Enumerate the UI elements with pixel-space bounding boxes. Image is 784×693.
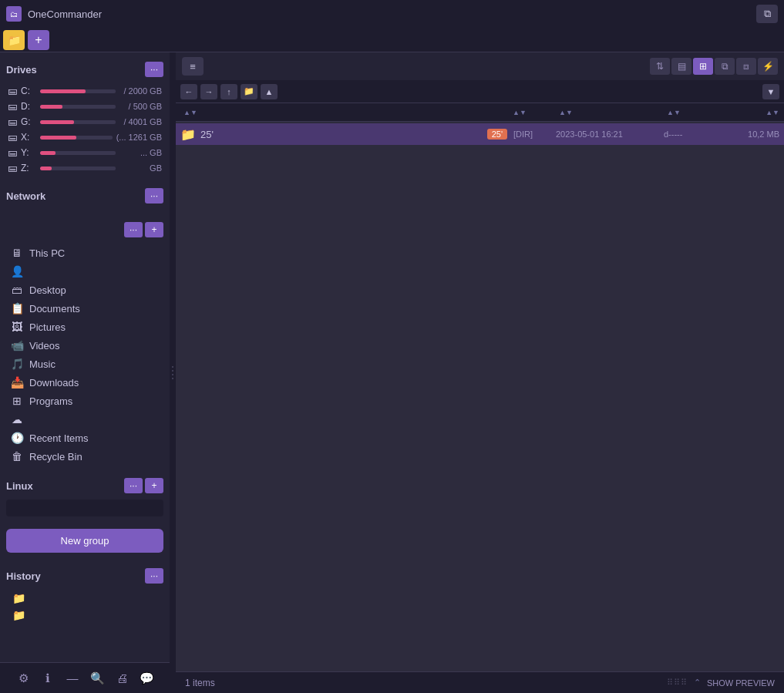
linux-add-button[interactable]: +	[145, 478, 163, 493]
programs-icon: ⊞	[11, 395, 23, 407]
drive-c-size: / 2000 GB	[119, 86, 162, 96]
history-item-2[interactable]: 📁	[6, 607, 163, 624]
drive-d-size: / 500 GB	[119, 102, 162, 111]
sidebar-item-pictures[interactable]: 🖼 Pictures	[6, 318, 163, 336]
history-item-1[interactable]: 📁	[6, 590, 163, 607]
app-icon: 🗂	[6, 6, 22, 22]
linux-section-body	[6, 500, 163, 516]
col-name-header[interactable]: ▲▼	[180, 109, 510, 116]
sidebar-item-desktop-label: Desktop	[29, 284, 66, 296]
drives-more-button[interactable]: ···	[145, 62, 163, 77]
drive-z-size: GB	[119, 163, 162, 173]
back-button[interactable]: ←	[180, 84, 197, 99]
forward-button[interactable]: →	[200, 84, 217, 99]
sidebar-item-documents-label: Documents	[29, 303, 80, 315]
sidebar-item-this-pc[interactable]: 🖥 This PC	[6, 244, 163, 262]
pictures-icon: 🖼	[11, 321, 23, 333]
places-more-button[interactable]: ···	[124, 222, 143, 237]
sidebar-item-recycle-label: Recycle Bin	[29, 451, 82, 463]
list-view-button[interactable]: ▤	[671, 58, 691, 75]
drive-d-bar	[40, 105, 116, 109]
columns-view-button[interactable]: ⧉	[715, 58, 735, 75]
main-area: Drives ··· 🖴 C: / 2000 GB 🖴 D: / 500 GB …	[0, 52, 784, 693]
action-button[interactable]: ⚡	[758, 58, 778, 75]
col-size-header[interactable]: ▲▼	[718, 109, 779, 116]
drive-z[interactable]: 🖴 Z: GB	[6, 160, 163, 176]
places-add-button[interactable]: +	[145, 222, 163, 237]
print-button[interactable]: 🖨	[111, 668, 133, 689]
history-header: History ···	[6, 565, 163, 587]
drive-d[interactable]: 🖴 D: / 500 GB	[6, 99, 163, 114]
drive-y[interactable]: 🖴 Y: ... GB	[6, 145, 163, 160]
column-headers: ▲▼ ▲▼ ▲▼ ▲▼ ▲▼	[176, 103, 784, 122]
linux-section: Linux ··· +	[0, 469, 170, 523]
sidebar-item-programs[interactable]: ⊞ Programs	[6, 392, 163, 410]
copy-button[interactable]: ⧈	[736, 58, 756, 75]
col-ext-header[interactable]: ▲▼	[510, 109, 556, 116]
show-preview-button[interactable]: SHOW PREVIEW	[707, 678, 775, 688]
drives-section: Drives ··· 🖴 C: / 2000 GB 🖴 D: / 500 GB …	[0, 52, 170, 179]
sidebar-item-documents[interactable]: 📋 Documents	[6, 299, 163, 318]
home-button[interactable]: 📁	[241, 84, 257, 99]
drive-c-bar	[40, 89, 116, 93]
places-section: ··· + 🖥 This PC 👤 🗃 Desktop 📋 Documents	[0, 213, 170, 469]
sidebar-item-music[interactable]: 🎵 Music	[6, 355, 163, 373]
col-date-sort: ▲▼	[559, 109, 573, 116]
drive-y-letter: Y:	[21, 147, 36, 158]
menu-button[interactable]: ≡	[182, 57, 204, 76]
network-title: Network	[6, 190, 45, 202]
file-date: 2023-05-01 16:21	[556, 130, 664, 139]
sidebar-item-desktop[interactable]: 🗃 Desktop	[6, 281, 163, 299]
this-pc-icon: 🖥	[11, 247, 23, 259]
tab-add-button[interactable]: +	[28, 30, 49, 50]
history-title: History	[6, 570, 41, 582]
status-bar: 1 items ⠿⠿⠿ ⌃ SHOW PREVIEW	[176, 671, 784, 693]
col-date-header[interactable]: ▲▼	[556, 109, 664, 116]
col-name-sort: ▲▼	[183, 109, 197, 116]
status-items: 1 items	[185, 678, 215, 688]
documents-icon: 📋	[11, 302, 23, 315]
history-more-button[interactable]: ···	[145, 568, 163, 584]
table-row[interactable]: 📁 25' 25' [DIR] 2023-05-01 16:21 d----- …	[176, 123, 784, 145]
status-right: ⠿⠿⠿ ⌃ SHOW PREVIEW	[667, 678, 775, 688]
drives-title: Drives	[6, 64, 37, 76]
drive-z-icon: 🖴	[8, 163, 17, 173]
sidebar-item-downloads[interactable]: 📥 Downloads	[6, 373, 163, 392]
sidebar-item-user[interactable]: 👤	[6, 262, 163, 281]
settings-button[interactable]: ⚙	[12, 668, 34, 689]
search-button[interactable]: 🔍	[86, 668, 108, 689]
desktop-icon: 🗃	[11, 284, 23, 296]
sidebar-splitter[interactable]	[170, 52, 176, 693]
new-group-button[interactable]: New group	[6, 529, 163, 553]
recycle-icon: 🗑	[11, 450, 23, 463]
sidebar-item-videos[interactable]: 📹 Videos	[6, 336, 163, 355]
sidebar-item-recycle[interactable]: 🗑 Recycle Bin	[6, 447, 163, 466]
drive-x-letter: X:	[21, 132, 36, 143]
file-list: 📁 25' 25' [DIR] 2023-05-01 16:21 d----- …	[176, 122, 784, 671]
drive-d-icon: 🖴	[8, 101, 17, 112]
drive-g[interactable]: 🖴 G: / 4001 GB	[6, 114, 163, 130]
drive-x-bar	[40, 136, 113, 140]
chat-button[interactable]: 💬	[136, 668, 157, 689]
path-dropdown-button[interactable]: ▼	[762, 84, 779, 99]
sort-button[interactable]: ⇅	[650, 58, 670, 75]
drive-x-icon: 🖴	[8, 132, 17, 143]
minimize-button[interactable]: —	[62, 668, 83, 689]
up-button[interactable]: ↑	[220, 84, 237, 99]
title-bar: 🗂 OneCommander ⧉	[0, 0, 784, 28]
drive-g-size: / 4001 GB	[119, 117, 162, 126]
linux-more-button[interactable]: ···	[124, 478, 143, 493]
sidebar-item-downloads-label: Downloads	[29, 377, 79, 389]
drive-x[interactable]: 🖴 X: (... 1261 GB	[6, 130, 163, 145]
grid-view-button[interactable]: ⊞	[693, 58, 713, 75]
file-panel: ≡ ⇅ ▤ ⊞ ⧉ ⧈ ⚡ ← → ↑ 📁 ▲ ▼ ▲▼	[176, 52, 784, 693]
sidebar-item-cloud[interactable]: ☁	[6, 410, 163, 429]
info-button[interactable]: ℹ	[37, 668, 59, 689]
network-more-button[interactable]: ···	[145, 188, 163, 204]
sidebar-item-recent[interactable]: 🕐 Recent Items	[6, 429, 163, 447]
path-up-button[interactable]: ▲	[261, 84, 278, 99]
tab-folder[interactable]: 📁	[3, 30, 25, 50]
split-panel-button[interactable]: ⧉	[756, 5, 778, 23]
drive-c[interactable]: 🖴 C: / 2000 GB	[6, 83, 163, 99]
col-attr-header[interactable]: ▲▼	[664, 109, 718, 116]
